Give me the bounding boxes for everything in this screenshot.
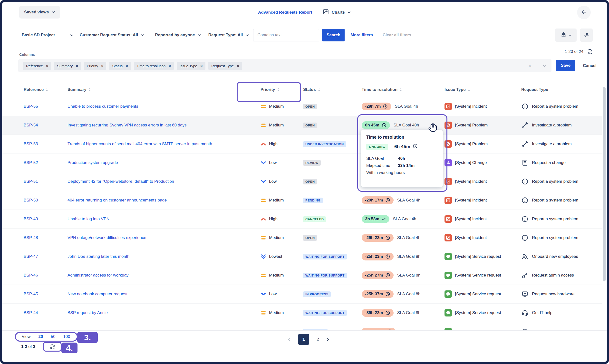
issue-key-link[interactable]: BSP-50	[24, 198, 38, 203]
column-header-status[interactable]: Status	[303, 87, 362, 92]
table-row[interactable]: BSP-43Additional info on the customer po…	[2, 322, 602, 330]
previous-page-button[interactable]	[287, 337, 292, 342]
column-chip[interactable]: Status×	[109, 62, 131, 70]
issue-key-link[interactable]: BSP-51	[24, 179, 38, 184]
issue-summary-link[interactable]: Investigating recurring Sydney VPN acces…	[67, 123, 187, 128]
column-header-issue[interactable]: Issue Type	[444, 87, 521, 92]
issue-summary-link[interactable]: New notebook computer request	[67, 292, 128, 297]
issue-key-link[interactable]: BSP-52	[24, 160, 38, 165]
chip-remove-icon[interactable]: ×	[46, 64, 48, 68]
issue-summary-link[interactable]: Deployment 42 for "Open-webstore: defaul…	[67, 179, 174, 184]
issue-key-link[interactable]: BSP-55	[24, 104, 38, 109]
column-chip[interactable]: Summary×	[54, 62, 81, 70]
issue-summary-link[interactable]: Unable to log into VPN	[67, 217, 109, 221]
column-header-priority[interactable]: Priority	[260, 87, 303, 92]
column-header-summary[interactable]: Summary	[67, 87, 260, 92]
table-row[interactable]: BSP-54Investigating recurring Sydney VPN…	[2, 116, 602, 135]
save-button[interactable]: Save	[556, 60, 575, 71]
column-header-request[interactable]: Request Type	[521, 87, 602, 92]
column-header-ref[interactable]: Reference	[2, 87, 67, 92]
issue-summary-link[interactable]: Trends of higher counts of send mail 404…	[67, 142, 212, 146]
sort-icon[interactable]	[88, 88, 91, 92]
project-select[interactable]: Basic SD Project	[22, 33, 73, 38]
saved-views-dropdown[interactable]: Saved views	[19, 6, 60, 18]
column-header-time[interactable]: Time to resolution	[362, 87, 444, 92]
chevron-down-icon[interactable]	[543, 65, 547, 67]
clear-all-filters-link[interactable]: Clear all filters	[383, 33, 411, 38]
settings-sliders-button[interactable]	[580, 28, 593, 42]
sort-icon[interactable]	[277, 88, 280, 92]
request-type-filter[interactable]: Request Type: All	[208, 33, 249, 38]
issue-summary-link[interactable]: Production system upgrade	[67, 160, 118, 165]
sort-icon[interactable]	[46, 88, 48, 92]
issue-key-link[interactable]: BSP-47	[24, 254, 38, 259]
sla-time-pill[interactable]: -25h 37m	[362, 290, 394, 298]
issue-summary-link[interactable]: VPN outage/network difficulties experien…	[67, 235, 146, 240]
issue-summary-link[interactable]: John Doe starting later this month	[67, 254, 130, 259]
chip-remove-icon[interactable]: ×	[200, 64, 203, 68]
search-button[interactable]: Search	[322, 29, 345, 41]
export-button[interactable]	[555, 28, 577, 42]
sort-icon[interactable]	[468, 88, 470, 92]
issue-key-link[interactable]: BSP-48	[24, 235, 38, 240]
chip-remove-icon[interactable]: ×	[237, 64, 239, 68]
column-chip[interactable]: Priority×	[84, 62, 106, 70]
page-size-option-50[interactable]: 50	[51, 334, 55, 339]
next-page-button[interactable]	[325, 337, 330, 342]
sla-time-pill[interactable]: -29h 22m	[362, 234, 394, 242]
refresh-icon[interactable]	[50, 344, 56, 350]
chip-remove-icon[interactable]: ×	[126, 64, 128, 68]
current-page-button[interactable]: 1	[298, 334, 309, 345]
reporter-filter[interactable]: Reported by anyone	[155, 33, 201, 38]
table-row[interactable]: BSP-53Trends of higher counts of send ma…	[2, 135, 602, 154]
table-row[interactable]: BSP-48VPN outage/network difficulties ex…	[2, 229, 602, 247]
page-size-option-20[interactable]: 20	[39, 334, 43, 339]
sla-time-pill[interactable]: -29h 7m	[362, 103, 391, 110]
sort-icon[interactable]	[400, 88, 402, 92]
clear-selection-icon[interactable]: ×	[528, 63, 531, 69]
page-size-option-100[interactable]: 100	[63, 334, 70, 339]
advanced-requests-report-link[interactable]: Advanced Requests Report	[258, 10, 312, 15]
column-chip[interactable]: Reference×	[23, 62, 51, 70]
chip-remove-icon[interactable]: ×	[169, 64, 171, 68]
sla-time-pill[interactable]: -25h 23m	[362, 253, 394, 260]
issue-key-link[interactable]: BSP-46	[24, 273, 38, 278]
contains-text-input[interactable]	[253, 29, 319, 41]
refresh-icon[interactable]	[587, 49, 593, 55]
table-row[interactable]: BSP-50404 error returning on customer an…	[2, 191, 602, 210]
issue-key-link[interactable]: BSP-45	[24, 292, 38, 297]
sort-icon[interactable]	[318, 88, 321, 92]
issue-summary-link[interactable]: Administrator access for workday	[67, 273, 129, 278]
column-chip[interactable]: Issue Type×	[177, 62, 206, 70]
issue-summary-link[interactable]: BSP request by Annie	[67, 310, 108, 315]
chip-remove-icon[interactable]: ×	[101, 64, 104, 68]
sla-time-pill[interactable]: 6h 45m	[362, 121, 390, 129]
back-button[interactable]	[577, 6, 591, 19]
table-row[interactable]: BSP-49Unable to log into VPNHighCANCELED…	[2, 210, 602, 229]
charts-menu[interactable]: Charts	[323, 9, 351, 16]
table-row[interactable]: BSP-47John Doe starting later this month…	[2, 247, 602, 266]
issue-key-link[interactable]: BSP-44	[24, 310, 38, 315]
page-button-2[interactable]: 2	[317, 337, 319, 342]
sla-time-pill[interactable]: -29h 17m	[362, 196, 394, 204]
sla-time-pill[interactable]: -89h 22m	[362, 309, 394, 317]
chip-remove-icon[interactable]: ×	[76, 64, 78, 68]
issue-summary-link[interactable]: 404 error returning on customer announce…	[67, 198, 167, 203]
request-status-filter[interactable]: Customer Request Status: All	[80, 33, 144, 38]
table-row[interactable]: BSP-46Administrator access for workdayMe…	[2, 266, 602, 285]
issue-summary-link[interactable]: Unable to process customer payments	[67, 104, 138, 109]
more-filters-link[interactable]: More filters	[350, 33, 373, 38]
column-chip[interactable]: Time to resolution×	[134, 62, 174, 70]
issue-key-link[interactable]: BSP-54	[24, 123, 38, 128]
sla-time-pill[interactable]: -281h 59m	[362, 328, 396, 330]
cancel-button[interactable]: Cancel	[582, 60, 598, 71]
table-row[interactable]: BSP-45New notebook computer requestLowIN…	[2, 285, 602, 304]
sla-time-pill[interactable]: 3h 58m	[362, 215, 389, 223]
table-row[interactable]: BSP-51Deployment 42 for "Open-webstore: …	[2, 172, 602, 191]
issue-key-link[interactable]: BSP-53	[24, 142, 38, 146]
table-row[interactable]: BSP-55Unable to process customer payment…	[2, 97, 602, 116]
sla-time-pill[interactable]: -25h 27m	[362, 272, 394, 279]
issue-key-link[interactable]: BSP-49	[24, 217, 38, 221]
vertical-scrollbar[interactable]	[603, 87, 606, 281]
table-row[interactable]: BSP-44BSP request by AnnieMediumWAITING …	[2, 304, 602, 322]
